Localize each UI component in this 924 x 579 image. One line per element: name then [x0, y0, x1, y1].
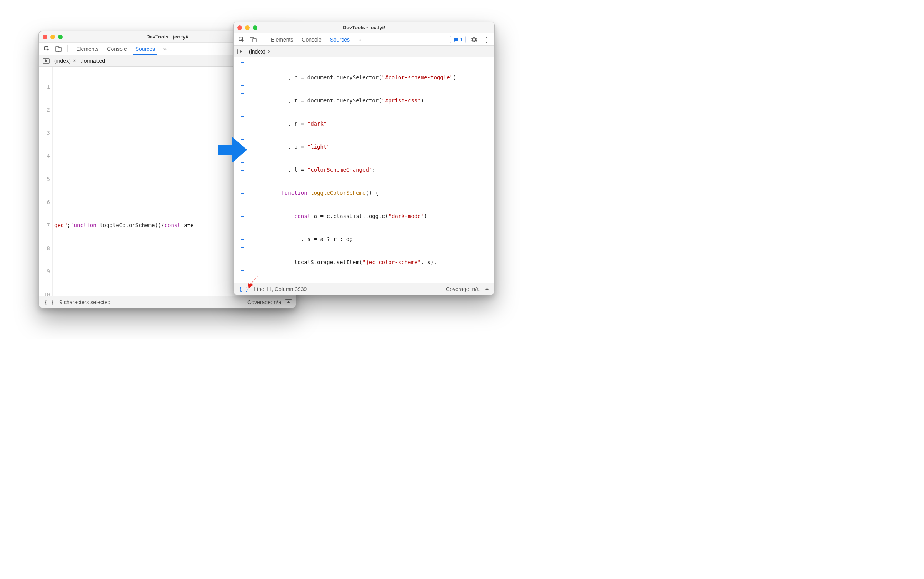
code-editor[interactable]: –––––––––––––––––––––––––––– , c = docum… [234, 57, 494, 283]
inspect-icon[interactable] [43, 45, 51, 53]
navigator-icon[interactable] [237, 49, 244, 54]
traffic-lights[interactable] [43, 35, 63, 39]
code-area[interactable]: , c = document.querySelector("#color-sch… [247, 57, 494, 283]
devtools-window-right: DevTools - jec.fyi/ Elements Console Sou… [233, 22, 495, 295]
panel-tabs: Elements Console Sources » [72, 43, 170, 55]
tab-elements[interactable]: Elements [72, 43, 102, 55]
collapse-icon[interactable] [484, 286, 490, 292]
device-toggle-icon[interactable] [249, 35, 257, 44]
source-tabs: (index) × [234, 46, 494, 57]
tab-sources[interactable]: Sources [132, 43, 159, 55]
line-gutter: 1 2 3 4 5 6 7 8 9 10 11 [39, 67, 53, 296]
tab-elements[interactable]: Elements [267, 33, 297, 45]
close-tab-icon[interactable]: × [73, 58, 76, 64]
source-tab-label: (index) [249, 49, 265, 55]
minimize-icon[interactable] [50, 35, 55, 39]
source-tab-label: (index) [54, 58, 71, 64]
arrow-right-icon [218, 136, 247, 163]
arrow-down-left-icon [246, 274, 262, 291]
navigator-icon[interactable] [43, 58, 50, 64]
tab-more-icon[interactable]: » [354, 33, 365, 45]
coverage-label: Coverage: n/a [247, 299, 281, 305]
close-icon[interactable] [237, 25, 242, 30]
source-tab-index[interactable]: (index) × [249, 49, 271, 55]
inspect-icon[interactable] [237, 35, 246, 44]
kebab-icon[interactable]: ⋮ [482, 35, 490, 44]
source-tab-formatted[interactable]: :formatted [81, 58, 105, 64]
tab-console[interactable]: Console [103, 43, 130, 55]
source-tab-index[interactable]: (index) × [54, 58, 76, 64]
separator [67, 45, 68, 52]
issues-count: 1 [460, 37, 463, 42]
statusbar: { } Line 11, Column 3939 Coverage: n/a [234, 283, 494, 295]
statusbar: { } 9 characters selected Coverage: n/a [39, 296, 296, 308]
device-toggle-icon[interactable] [54, 45, 63, 53]
close-tab-icon[interactable]: × [268, 49, 271, 55]
source-tab-label: :formatted [81, 58, 105, 64]
line-gutter: –––––––––––––––––––––––––––– [234, 57, 247, 283]
close-icon[interactable] [43, 35, 47, 39]
svg-rect-2 [58, 48, 62, 51]
collapse-icon[interactable] [285, 299, 292, 305]
maximize-icon[interactable] [253, 25, 257, 30]
separator [262, 36, 262, 43]
titlebar[interactable]: DevTools - jec.fyi/ [234, 22, 494, 33]
window-title: DevTools - jec.fyi/ [234, 25, 494, 30]
maximize-icon[interactable] [58, 35, 63, 39]
cursor-position: Line 11, Column 3939 [254, 286, 307, 292]
pretty-print-icon[interactable]: { } [43, 299, 55, 305]
tab-more-icon[interactable]: » [160, 43, 170, 55]
issues-button[interactable]: 1 [450, 36, 466, 43]
gear-icon[interactable] [470, 35, 478, 44]
coverage-label: Coverage: n/a [446, 286, 480, 292]
svg-rect-5 [253, 38, 256, 42]
tab-sources[interactable]: Sources [326, 33, 354, 45]
panel-tabs: Elements Console Sources » [267, 33, 365, 45]
minimize-icon[interactable] [245, 25, 250, 30]
issues-icon [453, 37, 459, 42]
main-toolbar: Elements Console Sources » 1 ⋮ [234, 33, 494, 46]
traffic-lights[interactable] [237, 25, 257, 30]
tab-console[interactable]: Console [298, 33, 325, 45]
status-text: 9 characters selected [59, 299, 110, 305]
